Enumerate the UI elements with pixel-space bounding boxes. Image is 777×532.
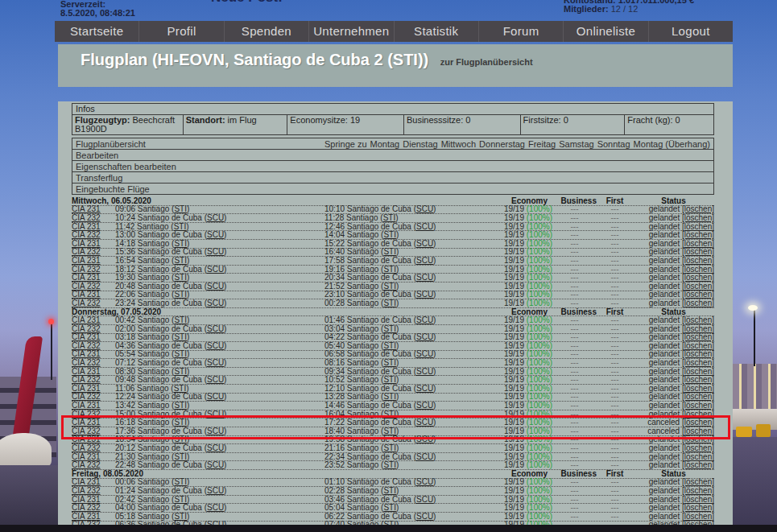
delete-flight-link[interactable]: [löschen] (682, 504, 714, 512)
flight-number-link[interactable]: CIA 231 (72, 205, 115, 213)
delete-flight-link[interactable]: [löschen] (682, 487, 714, 495)
airport-code-link[interactable]: STI (174, 316, 187, 324)
airport-code-link[interactable]: SCU (207, 231, 224, 239)
flight-number-link[interactable]: CIA 232 (72, 444, 115, 452)
delete-flight-link[interactable]: [löschen] (682, 205, 714, 213)
flight-number-link[interactable]: CIA 231 (72, 257, 115, 265)
delete-flight-link[interactable]: [löschen] (682, 223, 714, 231)
delete-flight-link[interactable]: [löschen] (682, 333, 714, 341)
airport-code-link[interactable]: STI (383, 444, 396, 452)
flight-number-link[interactable]: CIA 232 (72, 342, 115, 350)
flight-number-link[interactable]: CIA 232 (72, 248, 115, 256)
menu-item-bearbeiten[interactable]: Bearbeiten (76, 151, 118, 160)
delete-flight-link[interactable]: [löschen] (682, 240, 714, 248)
flightplan-overview-link[interactable]: zur Flugplanübersicht (440, 57, 533, 67)
flight-number-link[interactable]: CIA 231 (72, 478, 115, 486)
airport-code-link[interactable]: STI (174, 368, 187, 376)
delete-flight-link[interactable]: [löschen] (682, 521, 714, 525)
flight-number-link[interactable]: CIA 232 (72, 214, 115, 222)
delete-flight-link[interactable]: [löschen] (682, 342, 714, 350)
flight-number-link[interactable]: CIA 232 (72, 521, 115, 525)
airport-code-link[interactable]: SCU (207, 342, 224, 350)
airport-code-link[interactable]: STI (174, 453, 187, 461)
airport-code-link[interactable]: STI (174, 274, 187, 282)
delete-flight-link[interactable]: [löschen] (682, 453, 714, 461)
airport-code-link[interactable]: SCU (207, 214, 224, 222)
airport-code-link[interactable]: STI (174, 478, 187, 486)
airport-code-link[interactable]: STI (174, 223, 187, 231)
jump-link-donnerstag[interactable]: Donnerstag (479, 139, 525, 149)
delete-flight-link[interactable]: [löschen] (682, 393, 714, 401)
airport-code-link[interactable]: SCU (416, 350, 433, 358)
airport-code-link[interactable]: SCU (416, 291, 433, 299)
nav-item-spenden[interactable]: Spenden (224, 21, 308, 42)
airport-code-link[interactable]: STI (383, 461, 396, 469)
flight-number-link[interactable]: CIA 232 (72, 231, 115, 239)
flight-number-link[interactable]: CIA 232 (72, 282, 115, 291)
airport-code-link[interactable]: SCU (416, 478, 433, 486)
jump-link-montag[interactable]: Montag (370, 139, 400, 149)
nav-item-startseite[interactable]: Startseite (55, 21, 138, 42)
airport-code-link[interactable]: STI (174, 257, 187, 265)
delete-flight-link[interactable]: [löschen] (682, 350, 714, 358)
airport-code-link[interactable]: SCU (207, 376, 224, 384)
delete-flight-link[interactable]: [löschen] (682, 496, 714, 504)
delete-flight-link[interactable]: [löschen] (682, 325, 714, 333)
flight-number-link[interactable]: CIA 231 (72, 402, 115, 410)
airport-code-link[interactable]: STI (174, 333, 187, 341)
airport-code-link[interactable]: SCU (416, 274, 433, 282)
airport-code-link[interactable]: SCU (416, 316, 433, 324)
nav-item-forum[interactable]: Forum (478, 21, 563, 42)
airport-code-link[interactable]: SCU (416, 496, 433, 504)
flight-number-link[interactable]: CIA 232 (72, 325, 115, 333)
nav-item-profil[interactable]: Profil (138, 21, 223, 42)
airport-code-link[interactable]: SCU (416, 205, 433, 213)
airport-code-link[interactable]: STI (383, 214, 396, 222)
nav-item-statistik[interactable]: Statistik (394, 21, 478, 42)
new-mail-link[interactable]: Neue Post! (211, 0, 283, 2)
delete-flight-link[interactable]: [löschen] (682, 248, 714, 256)
jump-link-freitag[interactable]: Freitag (528, 139, 556, 149)
airport-code-link[interactable]: SCU (416, 257, 433, 265)
airport-code-link[interactable]: STI (383, 359, 396, 367)
jump-link-montag-überhang[interactable]: Montag (Überhang) (634, 139, 710, 149)
airport-code-link[interactable]: STI (174, 513, 187, 521)
nav-item-unternehmen[interactable]: Unternehmen (308, 21, 393, 42)
flight-number-link[interactable]: CIA 231 (72, 316, 115, 324)
airport-code-link[interactable]: SCU (416, 240, 433, 248)
delete-flight-link[interactable]: [löschen] (682, 266, 714, 274)
airport-code-link[interactable]: STI (174, 350, 187, 358)
flight-number-link[interactable]: CIA 232 (72, 359, 115, 367)
airport-code-link[interactable]: STI (174, 291, 187, 299)
airport-code-link[interactable]: STI (174, 205, 187, 213)
airport-code-link[interactable]: SCU (207, 521, 224, 525)
airport-code-link[interactable]: SCU (416, 402, 433, 410)
delete-flight-link[interactable]: [löschen] (682, 478, 714, 486)
delete-flight-link[interactable]: [löschen] (682, 214, 714, 222)
airport-code-link[interactable]: STI (174, 496, 187, 504)
airport-code-link[interactable]: STI (383, 266, 396, 274)
flight-number-link[interactable]: CIA 231 (72, 274, 115, 282)
airport-code-link[interactable]: SCU (416, 513, 433, 521)
airport-code-link[interactable]: SCU (207, 248, 224, 256)
flight-number-link[interactable]: CIA 232 (72, 393, 115, 401)
airport-code-link[interactable]: STI (383, 248, 396, 256)
airport-code-link[interactable]: SCU (207, 299, 224, 307)
delete-flight-link[interactable]: [löschen] (682, 316, 714, 324)
flight-number-link[interactable]: CIA 231 (72, 223, 115, 231)
jump-link-dienstag[interactable]: Dienstag (403, 139, 437, 149)
airport-code-link[interactable]: SCU (416, 368, 433, 376)
menu-item-transferflug[interactable]: Transferflug (76, 173, 122, 183)
flight-number-link[interactable]: CIA 232 (72, 299, 115, 307)
airport-code-link[interactable]: SCU (207, 461, 224, 469)
airport-code-link[interactable]: SCU (207, 487, 224, 495)
airport-code-link[interactable]: STI (383, 282, 396, 291)
airport-code-link[interactable]: STI (383, 504, 396, 512)
flight-number-link[interactable]: CIA 231 (72, 291, 115, 299)
airport-code-link[interactable]: STI (383, 231, 396, 239)
flight-number-link[interactable]: CIA 232 (72, 266, 115, 274)
delete-flight-link[interactable]: [löschen] (682, 359, 714, 367)
airport-code-link[interactable]: SCU (207, 359, 224, 367)
delete-flight-link[interactable]: [löschen] (682, 461, 714, 469)
airport-code-link[interactable]: SCU (207, 325, 224, 333)
